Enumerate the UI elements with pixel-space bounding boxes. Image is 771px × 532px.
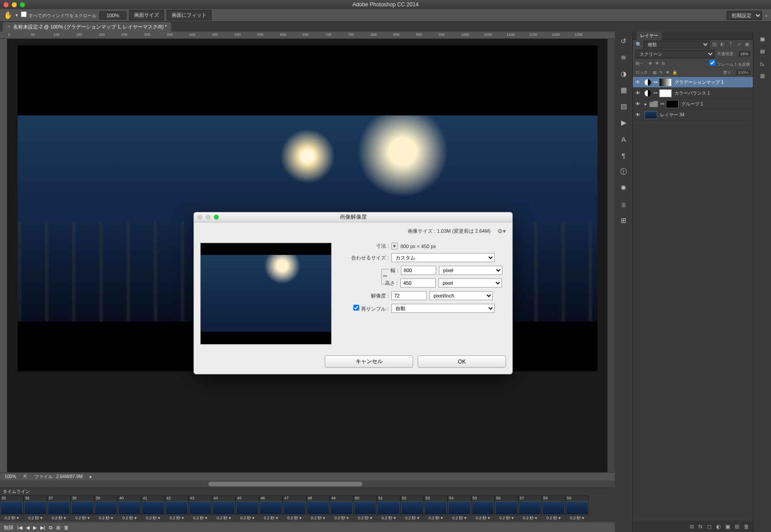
timeline-frame[interactable]: 56 bbox=[495, 495, 518, 515]
frame-duration[interactable]: 0.2 秒 ▾ bbox=[565, 515, 589, 522]
filter-type-icon[interactable]: T bbox=[728, 41, 734, 48]
navigator-icon[interactable]: ⊞ bbox=[619, 216, 629, 225]
frame-duration[interactable]: 0.2 秒 ▾ bbox=[71, 515, 94, 522]
filter-shape-icon[interactable]: ▱ bbox=[736, 41, 742, 48]
loop-select[interactable]: 無限 bbox=[4, 524, 14, 531]
fit-window-button[interactable]: 画面にフィット bbox=[167, 10, 212, 20]
styles-icon[interactable]: ▤ bbox=[619, 101, 629, 111]
hand-tool-icon[interactable]: ✋ bbox=[4, 11, 13, 19]
layer-mask-icon[interactable]: ◻ bbox=[707, 523, 712, 530]
histogram-icon[interactable]: ⫼ bbox=[619, 199, 629, 209]
workspace-menu-icon[interactable]: » bbox=[765, 13, 767, 18]
timeline-frame[interactable]: 48 bbox=[306, 495, 330, 515]
delete-frame-button[interactable]: 🗑 bbox=[64, 525, 69, 530]
export-icon[interactable]: ⇱ bbox=[24, 474, 27, 479]
paragraph-icon[interactable]: ¶ bbox=[619, 150, 629, 160]
scrollbar-vertical[interactable] bbox=[607, 39, 615, 472]
frame-duration[interactable]: 0.2 秒 ▾ bbox=[259, 515, 283, 522]
timeline-frame[interactable]: 49 bbox=[330, 495, 353, 515]
timeline-frame[interactable]: 52 bbox=[400, 495, 424, 515]
filter-pixel-icon[interactable]: ▨ bbox=[711, 41, 718, 48]
timeline-frame[interactable]: 35 bbox=[0, 495, 24, 515]
new-group-icon[interactable]: ▣ bbox=[725, 523, 730, 530]
minimize-window-button[interactable] bbox=[12, 2, 17, 7]
new-adjustment-icon[interactable]: ◐ bbox=[716, 523, 721, 530]
timeline-frame[interactable]: 42 bbox=[165, 495, 188, 515]
width-input[interactable] bbox=[401, 266, 436, 275]
visibility-icon[interactable]: 👁 bbox=[636, 91, 642, 96]
frame-duration[interactable]: 0.2 秒 ▾ bbox=[283, 515, 306, 522]
timeline-frame[interactable]: 46 bbox=[259, 495, 283, 515]
ok-button[interactable]: OK bbox=[418, 355, 506, 368]
scrollbar-horizontal[interactable] bbox=[0, 480, 615, 488]
resample-label[interactable]: 再サンプル : bbox=[339, 305, 389, 312]
timeline-frame[interactable]: 58 bbox=[542, 495, 565, 515]
visibility-icon[interactable]: 👁 bbox=[636, 80, 642, 85]
layer-fx-icon[interactable]: fx bbox=[699, 523, 703, 530]
workspace-select[interactable]: 初期設定 bbox=[727, 11, 762, 20]
timeline-frame[interactable]: 57 bbox=[518, 495, 542, 515]
lock-paint-icon[interactable]: ✎ bbox=[660, 70, 663, 75]
propagate-frame-checkbox[interactable]: フレーム 1 を反映 bbox=[709, 60, 750, 67]
history-icon[interactable]: ↺ bbox=[619, 36, 629, 46]
zoom-input[interactable] bbox=[99, 11, 126, 19]
play-button[interactable]: ▶ bbox=[33, 525, 37, 531]
link-layers-icon[interactable]: ⧉ bbox=[690, 523, 694, 530]
dimensions-toggle-icon[interactable]: ▾ bbox=[391, 243, 398, 249]
frame-duration[interactable]: 0.2 秒 ▾ bbox=[165, 515, 188, 522]
timeline-frame[interactable]: 43 bbox=[188, 495, 212, 515]
resolution-unit-select[interactable]: pixel/inch bbox=[429, 291, 493, 300]
layer-row[interactable]: 👁⚯グラデーションマップ 1 bbox=[633, 77, 753, 88]
layer-row[interactable]: 👁レイヤー 34 bbox=[633, 110, 753, 120]
dialog-max-button[interactable] bbox=[214, 215, 219, 220]
status-arrow-icon[interactable]: ▸ bbox=[90, 474, 92, 479]
frame-duration[interactable]: 0.2 秒 ▾ bbox=[330, 515, 353, 522]
unify-vis-icon[interactable]: 👁 bbox=[655, 61, 659, 66]
frame-duration[interactable]: 0.2 秒 ▾ bbox=[118, 515, 141, 522]
first-frame-button[interactable]: |◀ bbox=[17, 525, 22, 531]
frame-duration[interactable]: 0.2 秒 ▾ bbox=[542, 515, 565, 522]
timeline-frame[interactable]: 41 bbox=[141, 495, 165, 515]
timeline-frame[interactable]: 36 bbox=[24, 495, 47, 515]
ruler-horizontal[interactable]: 0501001502002503003504004505005506006507… bbox=[0, 32, 615, 39]
prev-frame-button[interactable]: ◀ bbox=[26, 525, 29, 531]
fit-to-select[interactable]: カスタム bbox=[391, 253, 495, 262]
document-tab[interactable]: × 名称未設定-2 @ 100% (グラデーションマップ 1, レイヤーマスク/… bbox=[3, 22, 171, 32]
color-icon[interactable]: ▦ bbox=[760, 36, 765, 42]
character-icon[interactable]: A bbox=[619, 134, 629, 144]
dialog-gear-icon[interactable]: ⚙▾ bbox=[497, 228, 506, 235]
layers-list[interactable]: 👁⚯グラデーションマップ 1👁⚯カラーバランス 1👁▸⚯グループ 1👁レイヤー … bbox=[633, 77, 753, 521]
swatches-icon[interactable]: ▦ bbox=[619, 85, 629, 95]
frame-duration[interactable]: 0.2 秒 ▾ bbox=[141, 515, 165, 522]
timeline-frames[interactable]: 3536373839404142434445464748495051525354… bbox=[0, 495, 615, 515]
frame-duration[interactable]: 0.2 秒 ▾ bbox=[518, 515, 542, 522]
frame-duration[interactable]: 0.2 秒 ▾ bbox=[47, 515, 71, 522]
frame-duration[interactable]: 0.2 秒 ▾ bbox=[94, 515, 118, 522]
delete-layer-icon[interactable]: 🗑 bbox=[744, 523, 749, 530]
layer-kind-select[interactable]: 種類 bbox=[644, 41, 709, 48]
timeline-frame[interactable]: 44 bbox=[212, 495, 236, 515]
timeline-frame[interactable]: 39 bbox=[94, 495, 118, 515]
timeline-frame[interactable]: 45 bbox=[236, 495, 259, 515]
unify-style-icon[interactable]: fx bbox=[662, 61, 665, 66]
filter-smart-icon[interactable]: ▣ bbox=[744, 41, 750, 48]
frame-duration[interactable]: 0.2 秒 ▾ bbox=[400, 515, 424, 522]
tool-arrow-icon[interactable]: ▾ bbox=[15, 12, 18, 18]
layer-row[interactable]: 👁▸⚯グループ 1 bbox=[633, 99, 753, 110]
timeline-frame[interactable]: 53 bbox=[424, 495, 448, 515]
scroll-all-checkbox[interactable]: すべてのウィンドウをスクロール bbox=[21, 11, 96, 19]
dialog-preview[interactable] bbox=[200, 243, 332, 345]
opacity-value[interactable]: 16% bbox=[738, 51, 750, 57]
frame-duration[interactable]: 0.2 秒 ▾ bbox=[495, 515, 518, 522]
info-icon[interactable]: ⓘ bbox=[619, 167, 629, 177]
frame-duration[interactable]: 0.2 秒 ▾ bbox=[236, 515, 259, 522]
timeline-frame[interactable]: 54 bbox=[448, 495, 471, 515]
dialog-titlebar[interactable]: 画像解像度 bbox=[194, 212, 512, 222]
paths-icon[interactable]: ◺ bbox=[761, 61, 764, 67]
ruler-vertical[interactable] bbox=[0, 39, 7, 472]
frame-duration[interactable]: 0.2 秒 ▾ bbox=[377, 515, 400, 522]
adjustments-icon[interactable]: ✺ bbox=[619, 183, 629, 193]
frame-duration[interactable]: 0.2 秒 ▾ bbox=[353, 515, 377, 522]
frame-duration[interactable]: 0.2 秒 ▾ bbox=[212, 515, 236, 522]
lock-all-icon[interactable]: 🔒 bbox=[672, 70, 677, 75]
